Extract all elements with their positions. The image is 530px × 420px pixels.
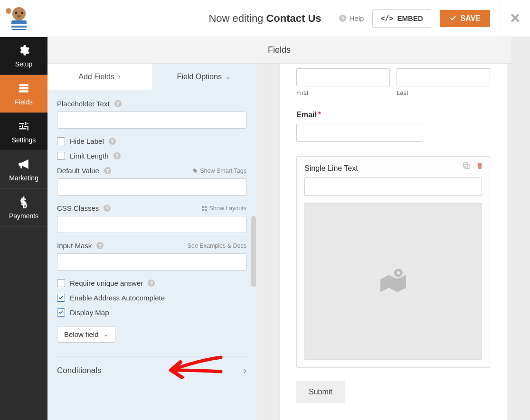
help-icon[interactable]: ?	[114, 152, 121, 159]
autocomplete-checkbox[interactable]	[57, 294, 65, 302]
email-input[interactable]	[296, 124, 422, 142]
first-name-input[interactable]	[296, 68, 390, 86]
embed-button[interactable]: </> EMBED	[372, 9, 431, 28]
help-icon[interactable]: ?	[96, 242, 104, 249]
option-placeholder: Placeholder Text?	[57, 100, 246, 129]
tab-field-options-label: Field Options	[177, 73, 222, 81]
placeholder-input[interactable]	[57, 112, 246, 129]
first-name-sublabel: First	[296, 89, 390, 96]
css-classes-input[interactable]	[57, 216, 246, 233]
svg-rect-6	[11, 28, 27, 29]
email-label: Email	[296, 111, 317, 119]
map-position-value: Below field	[64, 330, 99, 338]
help-label: Help	[349, 14, 364, 22]
tab-add-fields-label: Add Fields	[78, 73, 114, 81]
nav-fields-label: Fields	[15, 98, 32, 106]
help-circle-icon: ?	[339, 15, 346, 22]
svg-rect-17	[464, 163, 468, 167]
last-name-sublabel: Last	[397, 89, 490, 96]
single-line-label: Single Line Text	[304, 164, 358, 173]
top-bar: Now editing Contact Us ? Help </> EMBED …	[0, 0, 530, 37]
svg-rect-8	[19, 84, 28, 86]
scrollbar-thumb[interactable]	[251, 216, 256, 287]
svg-rect-13	[205, 206, 207, 208]
show-layouts-link[interactable]: Show Layouts	[201, 205, 246, 212]
hide-label-text: Hide Label	[70, 137, 104, 145]
embed-label: EMBED	[397, 14, 423, 22]
autocomplete-text: Enable Address Autocomplete	[70, 294, 165, 302]
name-field-row: First Last	[296, 64, 490, 96]
svg-rect-16	[465, 164, 469, 168]
svg-rect-10	[19, 90, 28, 92]
dollar-icon: $	[18, 196, 30, 208]
conditionals-section[interactable]: Conditionals ›	[57, 356, 246, 376]
require-unique-text: Require unique answer	[70, 279, 143, 287]
help-icon[interactable]: ?	[104, 205, 111, 212]
svg-rect-5	[11, 24, 27, 26]
nav-setup[interactable]: Setup	[0, 37, 47, 75]
save-button[interactable]: SAVE	[440, 10, 490, 27]
tab-add-fields[interactable]: Add Fields ›	[47, 64, 152, 90]
chevron-down-icon: ⌄	[226, 73, 231, 80]
option-css-classes: CSS Classes? Show Layouts	[57, 204, 246, 233]
require-unique-checkbox[interactable]	[57, 279, 65, 287]
trash-icon[interactable]	[475, 161, 484, 170]
option-default-value: Default Value? Show Smart Tags	[57, 167, 246, 196]
grid-icon	[201, 205, 207, 211]
required-asterisk: *	[318, 111, 321, 119]
svg-rect-9	[19, 87, 28, 89]
help-icon[interactable]: ?	[114, 100, 122, 107]
chevron-right-icon: ›	[118, 73, 121, 81]
svg-rect-12	[202, 206, 204, 208]
chevron-right-icon: ›	[243, 365, 246, 376]
svg-text:$: $	[21, 196, 27, 208]
default-value-input[interactable]	[57, 178, 246, 196]
single-line-input[interactable]	[304, 177, 482, 196]
top-actions: ? Help </> EMBED SAVE	[339, 9, 490, 28]
nav-settings[interactable]: Settings	[0, 113, 47, 151]
tab-field-options[interactable]: Field Options ⌄	[152, 64, 256, 90]
see-examples-link[interactable]: See Examples & Docs	[188, 243, 246, 249]
panel-tabs: Add Fields › Field Options ⌄	[47, 64, 256, 90]
option-display-map: Display Map	[57, 308, 246, 317]
smart-tags-text: Show Smart Tags	[200, 168, 246, 174]
duplicate-icon[interactable]	[462, 161, 471, 170]
close-button[interactable]: ✕	[500, 0, 521, 37]
option-enable-autocomplete: Enable Address Autocomplete	[57, 294, 246, 302]
see-examples-text: See Examples & Docs	[188, 243, 246, 249]
option-require-unique: Require unique answer ?	[57, 279, 246, 287]
show-smart-tags-link[interactable]: Show Smart Tags	[192, 168, 246, 174]
limit-length-checkbox[interactable]	[57, 152, 65, 160]
submit-button[interactable]: Submit	[296, 381, 345, 403]
form-name: Contact Us	[266, 12, 321, 24]
nav-payments[interactable]: $ Payments	[0, 189, 47, 227]
preview-pane: First Last Email*	[256, 37, 530, 420]
help-icon[interactable]: ?	[109, 138, 116, 145]
nav-fields[interactable]: Fields	[0, 75, 47, 113]
nav-marketing[interactable]: Marketing	[0, 151, 47, 189]
form-preview: First Last Email*	[280, 64, 507, 420]
option-input-mask: Input Mask? See Examples & Docs	[57, 242, 246, 271]
editing-title: Now editing Contact Us	[208, 12, 321, 25]
code-icon: </>	[380, 14, 393, 23]
help-link[interactable]: ? Help	[339, 14, 364, 22]
map-pin-icon	[372, 260, 415, 303]
nav-settings-label: Settings	[12, 136, 36, 144]
selected-field-block[interactable]: Single Line Text	[296, 156, 490, 368]
help-icon[interactable]: ?	[148, 280, 155, 287]
map-position-select[interactable]: Below field ⌄	[57, 326, 115, 343]
last-name-input[interactable]	[397, 68, 490, 86]
placeholder-label: Placeholder Text	[57, 100, 110, 108]
input-mask-label: Input Mask	[57, 242, 92, 250]
panel-body: Placeholder Text? Hide Label ? Limit Len…	[47, 90, 256, 420]
sliders-icon	[18, 120, 30, 132]
display-map-checkbox[interactable]	[57, 308, 65, 317]
input-mask-input[interactable]	[57, 253, 246, 271]
save-label: SAVE	[461, 14, 481, 23]
help-icon[interactable]: ?	[104, 167, 111, 174]
gear-icon	[18, 44, 30, 56]
side-nav: Setup Fields Settings Marketing $ Paymen…	[0, 37, 47, 420]
conditionals-label: Conditionals	[57, 366, 102, 375]
hide-label-checkbox[interactable]	[57, 137, 65, 145]
default-value-label: Default Value	[57, 167, 99, 175]
